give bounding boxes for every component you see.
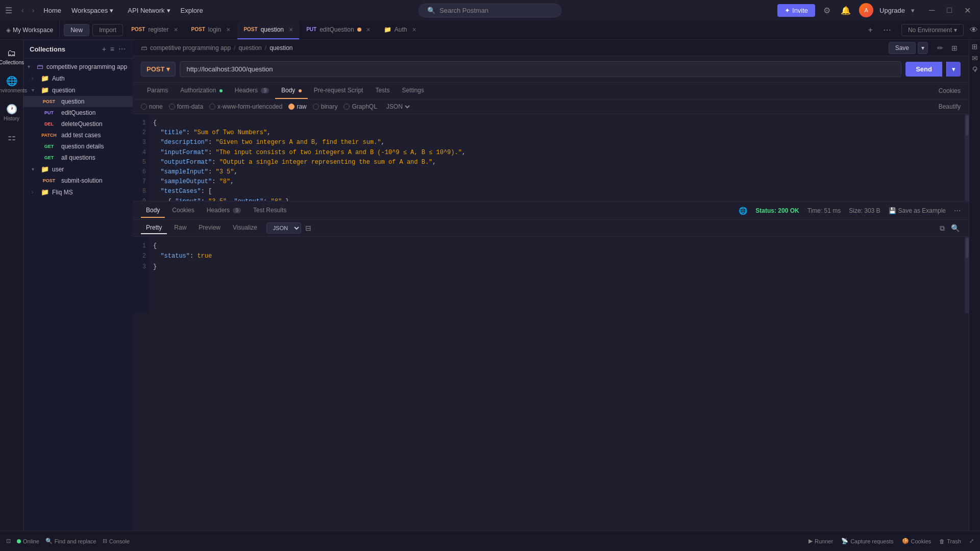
cookies-link[interactable]: Cookies: [939, 87, 961, 94]
add-collection-button[interactable]: +: [101, 44, 107, 54]
request-add-test-cases[interactable]: PATCH add test cases: [23, 130, 133, 141]
env-selector[interactable]: No Environment ▾: [901, 24, 964, 36]
folder-question[interactable]: ▾ 📁 question: [23, 84, 133, 96]
radio-form-data[interactable]: form-data: [169, 103, 203, 110]
resp-code-content[interactable]: { "status": true }: [149, 237, 965, 313]
back-button[interactable]: ‹: [18, 5, 27, 15]
right-sidebar-btn-3[interactable]: ⟳: [971, 66, 979, 72]
status-trash[interactable]: 🗑 Trash: [939, 538, 961, 544]
radio-raw[interactable]: raw: [288, 103, 306, 110]
sidebar-item-collections[interactable]: 🗂 Collections: [1, 44, 22, 69]
maximize-button[interactable]: □: [943, 5, 956, 16]
raw-type-dropdown[interactable]: JSON: [384, 103, 411, 111]
tab-pre-request[interactable]: Pre-request Script: [308, 83, 370, 99]
tab-close-login[interactable]: ×: [226, 26, 230, 34]
sort-collections-button[interactable]: ≡: [109, 44, 115, 54]
collection-root[interactable]: ▾ 🗃 competitive programming app: [23, 61, 133, 72]
sidebar-item-history[interactable]: 🕐 History: [1, 99, 22, 126]
settings-icon[interactable]: ⚙: [821, 4, 832, 17]
request-edit-question[interactable]: PUT editQuestion: [23, 107, 133, 118]
resp-filter-icon[interactable]: ⊟: [305, 224, 311, 232]
tab-settings[interactable]: Settings: [396, 83, 430, 99]
close-button[interactable]: ✕: [960, 5, 975, 16]
tab-edit-question[interactable]: PUT editQuestion ×: [300, 21, 377, 39]
more-collections-button[interactable]: ⋯: [117, 44, 127, 54]
edit-table-icon[interactable]: ⊞: [948, 43, 961, 53]
notification-icon[interactable]: 🔔: [839, 4, 853, 17]
send-button[interactable]: Send: [905, 62, 942, 77]
folder-auth[interactable]: › 📁 Auth: [23, 72, 133, 84]
tab-register[interactable]: POST register ×: [125, 21, 184, 39]
resp-tab-cookies[interactable]: Cookies: [167, 204, 199, 218]
save-example-button[interactable]: 💾 Save as Example: [889, 207, 946, 214]
url-input[interactable]: [180, 61, 901, 77]
request-all-questions[interactable]: GET all questions: [23, 152, 133, 163]
resp-tab-headers[interactable]: Headers 9: [202, 204, 246, 218]
sidebar-item-apps[interactable]: ⚏: [1, 128, 22, 147]
upgrade-chevron-icon[interactable]: ▾: [911, 7, 915, 14]
workspaces-dropdown[interactable]: Workspaces ▾: [67, 5, 117, 16]
folder-user[interactable]: ▾ 📁 user: [23, 163, 133, 175]
resp-search-button[interactable]: 🔍: [950, 223, 961, 234]
beautify-button[interactable]: Beautify: [939, 103, 961, 110]
radio-urlencoded[interactable]: x-www-form-urlencoded: [209, 103, 282, 110]
status-cookies[interactable]: 🍪 Cookies: [902, 538, 932, 544]
api-network-dropdown[interactable]: API Network ▾: [124, 5, 174, 16]
radio-none[interactable]: none: [141, 103, 163, 110]
sidebar-item-environments[interactable]: 🌐 Environments: [1, 71, 22, 97]
radio-graphql[interactable]: GraphQL: [344, 103, 377, 110]
tab-question[interactable]: POST question ×: [237, 21, 299, 39]
status-online[interactable]: Online: [17, 538, 39, 544]
tab-body[interactable]: Body: [275, 83, 308, 99]
resp-format-dropdown[interactable]: JSON: [266, 222, 301, 234]
status-expand[interactable]: ⤢: [969, 538, 974, 544]
tab-close-question[interactable]: ×: [289, 26, 293, 34]
search-bar[interactable]: 🔍 Search Postman: [419, 4, 561, 17]
resp-scrollbar[interactable]: [965, 237, 969, 313]
resp-tab-test-results[interactable]: Test Results: [248, 204, 291, 218]
status-capture[interactable]: 📡 Capture requests: [841, 538, 893, 544]
more-tabs-button[interactable]: ⋯: [879, 23, 895, 37]
forward-button[interactable]: ›: [29, 5, 38, 15]
workspace-icon[interactable]: ◈: [6, 27, 11, 34]
request-question[interactable]: POST question: [23, 96, 133, 107]
import-button[interactable]: Import: [92, 24, 123, 36]
fmt-pretty[interactable]: Pretty: [141, 222, 167, 234]
tab-tests[interactable]: Tests: [369, 83, 396, 99]
request-delete-question[interactable]: DEL deleteQuestion: [23, 118, 133, 130]
request-body-editor[interactable]: 12345678910 { "title": "Sum of Two Numbe…: [133, 114, 969, 201]
home-button[interactable]: Home: [43, 7, 61, 14]
save-dropdown-button[interactable]: ▾: [918, 42, 928, 54]
folder-fliq-ms[interactable]: › 📁 Fliq MS: [23, 186, 133, 198]
request-body-code[interactable]: { "title": "Sum of Two Numbers", "descri…: [149, 114, 965, 201]
new-button[interactable]: New: [64, 24, 89, 36]
minimize-button[interactable]: ─: [925, 5, 939, 16]
tab-headers[interactable]: Headers 9: [229, 83, 275, 99]
resp-tab-body[interactable]: Body: [141, 204, 165, 218]
breadcrumb-folder[interactable]: question: [238, 44, 261, 52]
new-tab-button[interactable]: +: [864, 23, 877, 37]
fmt-preview[interactable]: Preview: [193, 222, 226, 234]
env-config-icon[interactable]: 👁: [968, 23, 980, 37]
tab-authorization[interactable]: Authorization: [174, 83, 228, 99]
hamburger-icon[interactable]: ☰: [5, 6, 12, 15]
explore-link[interactable]: Explore: [181, 7, 203, 14]
right-sidebar-btn-2[interactable]: ✉: [971, 54, 979, 62]
resp-copy-button[interactable]: ⧉: [939, 223, 946, 234]
tab-auth[interactable]: 📁 Auth ×: [378, 21, 423, 39]
response-body-code[interactable]: 123 { "status": true }: [133, 237, 969, 313]
tab-close-register[interactable]: ×: [174, 26, 178, 34]
tab-login[interactable]: POST login ×: [185, 21, 237, 39]
response-more-button[interactable]: ⋯: [954, 207, 961, 214]
breadcrumb-collection[interactable]: competitive programming app: [150, 44, 231, 52]
status-layout-icon[interactable]: ⊡: [6, 538, 11, 544]
request-question-details[interactable]: GET question details: [23, 141, 133, 152]
send-dropdown-button[interactable]: ▾: [946, 62, 961, 77]
invite-button[interactable]: ✦ Invite: [777, 4, 815, 17]
tab-close-auth[interactable]: ×: [412, 26, 416, 34]
avatar[interactable]: A: [859, 3, 873, 17]
editor-scrollbar[interactable]: [965, 114, 969, 201]
radio-binary[interactable]: binary: [313, 103, 338, 110]
fmt-raw[interactable]: Raw: [169, 222, 191, 234]
tab-params[interactable]: Params: [141, 83, 174, 99]
